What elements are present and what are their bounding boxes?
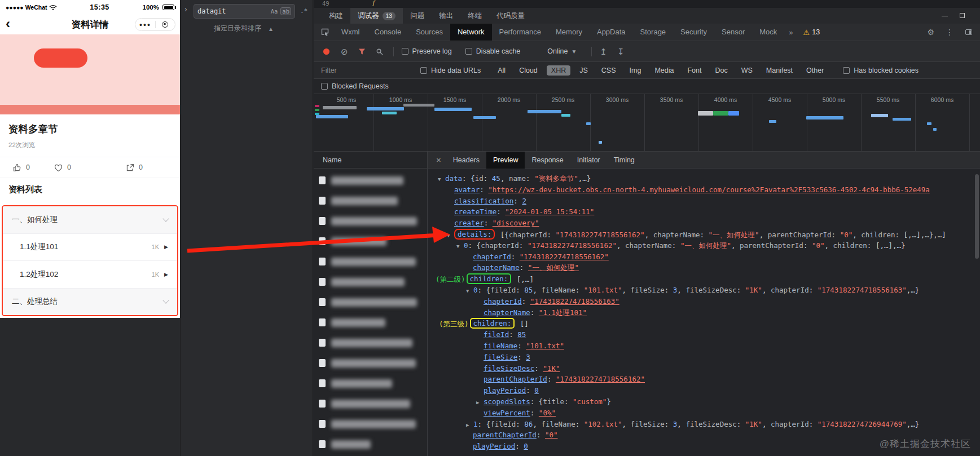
ide-tab[interactable]: 代码质量: [489, 8, 532, 24]
devtools-tab[interactable]: Wxml: [334, 24, 367, 41]
request-row[interactable]: [314, 272, 427, 292]
json-tree-row[interactable]: chapterName: "一、如何处理": [428, 262, 980, 273]
json-tree-row[interactable]: playPeriod: 0: [428, 385, 980, 396]
hide-data-urls-checkbox[interactable]: Hide data URLs: [420, 67, 481, 74]
filter-pill[interactable]: WS: [737, 65, 757, 76]
chapter-row[interactable]: 1.1处理1011K▶: [3, 234, 177, 262]
request-row[interactable]: [314, 251, 427, 272]
request-row[interactable]: [314, 211, 427, 231]
devtools-tab[interactable]: Memory: [548, 24, 590, 41]
json-tree-row[interactable]: (第三级)children: []: [428, 318, 980, 329]
json-tree-row[interactable]: fileId: 85: [428, 329, 980, 340]
directory-sort-header[interactable]: 指定目录和排序 ▴: [214, 24, 273, 33]
throttling-dropdown[interactable]: Online ▼: [547, 47, 577, 55]
filter-pill[interactable]: Font: [683, 65, 706, 76]
devtools-tab[interactable]: Sensor: [714, 24, 752, 41]
request-row[interactable]: [314, 393, 427, 414]
devtools-tab[interactable]: Storage: [633, 24, 674, 41]
settings-gear-icon[interactable]: ⚙: [927, 28, 934, 37]
back-icon[interactable]: ‹: [6, 14, 10, 33]
filter-pill[interactable]: Cloud: [515, 65, 542, 76]
request-row[interactable]: [314, 373, 427, 393]
chevron-right-icon[interactable]: ›: [184, 5, 187, 14]
chapter-row[interactable]: 1.2处理1021K▶: [3, 261, 177, 289]
json-tree-row[interactable]: fileSizeDesc: "1K": [428, 363, 980, 374]
json-tree-row[interactable]: avatar: "https://wz-dev-bucket.obs.cn-no…: [428, 184, 980, 196]
favorite-button[interactable]: 0: [54, 163, 71, 172]
json-tree-row[interactable]: ▼details: [{chapterId: "1743182274718556…: [428, 229, 980, 240]
ide-tab[interactable]: 调试器13: [350, 8, 403, 24]
kebab-menu-icon[interactable]: ⋮: [946, 28, 954, 37]
ide-tab[interactable]: 构建: [322, 8, 350, 24]
json-tree-row[interactable]: parentChapterId: "1743182274718556162": [428, 374, 980, 385]
request-row[interactable]: [314, 292, 427, 312]
devtools-tab[interactable]: Performance: [492, 24, 548, 41]
preserve-log-checkbox[interactable]: Preserve log: [402, 47, 452, 55]
filter-pill[interactable]: Img: [625, 65, 646, 76]
tree-collapse-arrow-icon[interactable]: ▶: [476, 397, 484, 409]
detail-tab[interactable]: Preview: [486, 152, 525, 169]
blocked-cookies-checkbox[interactable]: Has blocked cookies: [843, 67, 919, 74]
import-har-icon[interactable]: ↥: [600, 47, 607, 56]
search-box[interactable]: Aa ab: [194, 4, 295, 19]
json-tree-row[interactable]: chapterId: "1743182274718556162": [428, 251, 980, 263]
request-row[interactable]: [314, 333, 427, 353]
request-row[interactable]: [314, 231, 427, 251]
json-tree-row[interactable]: ▶scopedSlots: {title: "custom"}: [428, 396, 980, 408]
checkbox-icon[interactable]: [420, 67, 427, 74]
export-har-icon[interactable]: ↧: [617, 47, 625, 56]
devtools-tab[interactable]: Mock: [752, 24, 784, 41]
json-tree-row[interactable]: ▼0: {fileId: 85, fileName: "101.txt", fi…: [428, 285, 980, 296]
checkbox-icon[interactable]: [321, 83, 328, 90]
filter-pill[interactable]: JS: [575, 65, 592, 76]
whole-word-icon[interactable]: ab: [280, 7, 291, 15]
name-column-header[interactable]: Name: [314, 152, 427, 169]
checkbox-icon[interactable]: [465, 48, 472, 55]
regex-icon[interactable]: .*: [300, 7, 307, 15]
disable-cache-checkbox[interactable]: Disable cache: [465, 47, 521, 55]
tree-expand-arrow-icon[interactable]: ▼: [466, 286, 473, 297]
share-button[interactable]: 0: [125, 163, 143, 172]
json-tree-row[interactable]: chapterId: "1743182274718556163": [428, 296, 980, 307]
checkbox-icon[interactable]: [402, 48, 408, 55]
play-icon[interactable]: ▶: [164, 272, 168, 277]
minimize-icon[interactable]: [942, 15, 948, 16]
network-timeline-overview[interactable]: 500 ms1000 ms1500 ms2000 ms2500 ms3000 m…: [314, 94, 980, 152]
json-tree-row[interactable]: viewPercent: "0%": [428, 408, 980, 419]
filter-pill[interactable]: Other: [802, 65, 828, 76]
filter-pill[interactable]: CSS: [597, 65, 621, 76]
warning-badge[interactable]: ⚠ 13: [803, 28, 820, 37]
dock-side-icon[interactable]: [965, 29, 972, 35]
detail-tab[interactable]: Timing: [607, 152, 641, 169]
detail-tab[interactable]: Headers: [446, 152, 486, 169]
ide-tab[interactable]: 问题: [403, 8, 432, 24]
json-tree-row[interactable]: classification: 2: [428, 196, 980, 207]
json-tree-row[interactable]: createTime: "2024-01-05 15:54:11": [428, 206, 980, 218]
more-tabs-icon[interactable]: »: [784, 28, 797, 37]
clear-icon[interactable]: ⊘: [341, 47, 348, 56]
match-case-icon[interactable]: Aa: [271, 8, 278, 15]
filter-funnel-icon[interactable]: [358, 48, 366, 55]
more-menu-icon[interactable]: ●●●: [135, 22, 155, 28]
blocked-requests-checkbox[interactable]: Blocked Requests: [321, 82, 389, 90]
chapter-row[interactable]: 一、如何处理: [3, 206, 177, 234]
json-tree-row[interactable]: (第二级)children: [,…]: [428, 273, 980, 285]
request-row[interactable]: [314, 312, 427, 333]
record-button[interactable]: [323, 48, 329, 55]
request-row[interactable]: [314, 353, 427, 373]
devtools-tab[interactable]: AppData: [590, 24, 633, 41]
play-icon[interactable]: ▶: [164, 244, 168, 250]
filter-pill[interactable]: XHR: [547, 65, 570, 76]
tree-expand-arrow-icon[interactable]: ▼: [438, 174, 445, 185]
request-row[interactable]: [314, 191, 427, 211]
json-tree-row[interactable]: ▶1: {fileId: 86, fileName: "102.txt", fi…: [428, 419, 980, 430]
json-tree-row[interactable]: ▼data: {id: 45, name: "资料多章节",…}: [428, 173, 980, 184]
filter-pill[interactable]: All: [493, 65, 510, 76]
json-tree-row[interactable]: fileSize: 3: [428, 352, 980, 363]
tree-expand-arrow-icon[interactable]: ▼: [447, 231, 454, 242]
ide-tab[interactable]: 终端: [460, 8, 489, 24]
checkbox-icon[interactable]: [843, 67, 850, 74]
close-icon[interactable]: ×: [431, 155, 446, 165]
tree-expand-arrow-icon[interactable]: ▼: [456, 241, 464, 253]
request-row[interactable]: [314, 414, 427, 434]
